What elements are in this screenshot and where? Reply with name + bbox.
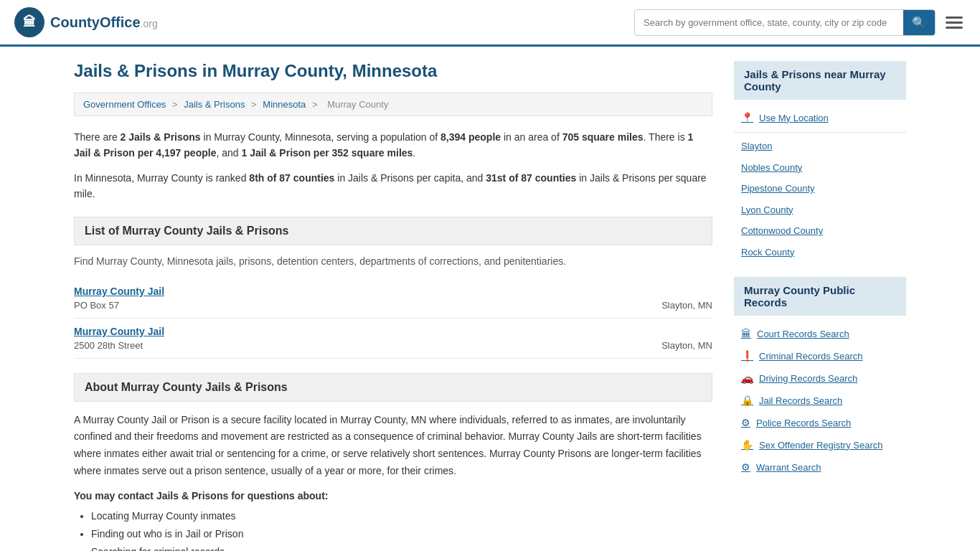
breadcrumb-link-3[interactable]: Minnesota: [263, 99, 306, 110]
content-area: Jails & Prisons in Murray County, Minnes…: [74, 61, 712, 551]
sidebar-public-records-title: Murray County Public Records: [734, 277, 906, 316]
nearby-link-slayton[interactable]: Slayton: [734, 136, 906, 157]
nearby-label-nobles: Nobles County: [741, 161, 802, 175]
court-icon: 🏛: [741, 326, 751, 342]
police-icon: ⚙: [741, 415, 750, 430]
contact-item-3: Searching for criminal records: [91, 543, 712, 551]
contact-item-2: Finding out who is in Jail or Prison: [91, 525, 712, 543]
public-record-label-2: Driving Records Search: [759, 372, 857, 386]
search-bar: 🔍: [634, 9, 936, 36]
warrant-icon: ⚙: [741, 460, 750, 475]
contact-item-1: Locating Murray County inmates: [91, 507, 712, 525]
jail-city-2: Slayton, MN: [661, 340, 712, 351]
driving-icon: 🚗: [741, 371, 753, 386]
nearby-link-nobles[interactable]: Nobles County: [734, 157, 906, 179]
jail-address-1: PO Box 57: [74, 300, 119, 311]
public-record-link-6[interactable]: ⚙ Warrant Search: [734, 456, 906, 479]
search-input[interactable]: [635, 11, 903, 34]
page-title: Jails & Prisons in Murray County, Minnes…: [74, 61, 712, 81]
nearby-label-rock: Rock County: [741, 245, 794, 260]
site-header: 🏛 CountyOffice.org 🔍: [0, 0, 980, 47]
logo-area: 🏛 CountyOffice.org: [14, 7, 158, 37]
menu-bar-2: [946, 22, 963, 24]
nearby-link-cottonwood[interactable]: Cottonwood County: [734, 220, 906, 242]
use-my-location-link[interactable]: 📍 Use My Location: [734, 107, 906, 129]
logo-text: CountyOffice.org: [50, 14, 158, 31]
jail-name-1[interactable]: Murray County Jail: [74, 286, 164, 297]
public-record-link-0[interactable]: 🏛 Court Records Search: [734, 323, 906, 345]
sidebar-nearby-title: Jails & Prisons near Murray County: [734, 61, 906, 100]
list-section-desc: Find Murray County, Minnesota jails, pri…: [74, 255, 712, 267]
public-record-link-2[interactable]: 🚗 Driving Records Search: [734, 367, 906, 390]
nearby-link-pipestone[interactable]: Pipestone County: [734, 178, 906, 199]
list-section-header: List of Murray County Jails & Prisons: [74, 217, 712, 245]
intro-line-2: In Minnesota, Murray County is ranked 8t…: [74, 170, 712, 202]
public-record-label-5: Sex Offender Registry Search: [759, 438, 882, 453]
main-container: Jails & Prisons in Murray County, Minnes…: [60, 47, 920, 551]
sidebar-public-records-section: Murray County Public Records 🏛 Court Rec…: [734, 277, 906, 479]
public-record-label-4: Police Records Search: [756, 416, 851, 430]
jail-name-2[interactable]: Murray County Jail: [74, 326, 164, 337]
menu-button[interactable]: [943, 14, 966, 32]
nearby-link-lyon[interactable]: Lyon County: [734, 199, 906, 221]
sidebar-nearby-section: Jails & Prisons near Murray County 📍 Use…: [734, 61, 906, 263]
nearby-label-pipestone: Pipestone County: [741, 182, 815, 196]
sidebar-divider-1: [734, 132, 906, 133]
contact-list: Locating Murray County inmates Finding o…: [91, 507, 712, 551]
jail-entry-2: Murray County Jail 2500 28th Street Slay…: [74, 319, 712, 359]
public-record-label-0: Court Records Search: [757, 327, 849, 342]
public-record-link-1[interactable]: ❗ Criminal Records Search: [734, 345, 906, 367]
jail-address-2: 2500 28th Street: [74, 340, 143, 351]
search-button[interactable]: 🔍: [903, 10, 935, 35]
breadcrumb: Government Offices > Jails & Prisons > M…: [74, 93, 712, 116]
header-right: 🔍: [634, 9, 966, 36]
sidebar: Jails & Prisons near Murray County 📍 Use…: [734, 61, 906, 551]
breadcrumb-link-2[interactable]: Jails & Prisons: [184, 99, 245, 110]
public-record-link-4[interactable]: ⚙ Police Records Search: [734, 412, 906, 434]
intro-line-1: There are 2 Jails & Prisons in Murray Co…: [74, 129, 712, 161]
jail-icon: 🔒: [741, 393, 753, 408]
public-record-label-1: Criminal Records Search: [759, 349, 863, 364]
about-text: A Murray County Jail or Prison is a secu…: [74, 412, 712, 480]
logo-icon: 🏛: [14, 7, 44, 37]
jail-city-1: Slayton, MN: [661, 300, 712, 311]
criminal-icon: ❗: [741, 349, 753, 364]
public-record-label-3: Jail Records Search: [759, 394, 842, 408]
nearby-label-lyon: Lyon County: [741, 203, 793, 217]
jail-details-1: PO Box 57 Slayton, MN: [74, 300, 712, 311]
nearby-label-slayton: Slayton: [741, 139, 772, 154]
menu-bar-3: [946, 27, 963, 29]
breadcrumb-sep-1: >: [172, 99, 180, 110]
breadcrumb-sep-2: >: [251, 99, 259, 110]
contact-title: You may contact Jails & Prisons for ques…: [74, 490, 712, 501]
jail-details-2: 2500 28th Street Slayton, MN: [74, 340, 712, 351]
breadcrumb-sep-3: >: [312, 99, 320, 110]
sex-offender-icon: ✋: [741, 438, 753, 453]
location-icon: 📍: [741, 110, 753, 126]
nearby-label-cottonwood: Cottonwood County: [741, 224, 823, 238]
breadcrumb-current: Murray County: [327, 99, 388, 110]
breadcrumb-link-1[interactable]: Government Offices: [83, 99, 166, 110]
public-record-link-5[interactable]: ✋ Sex Offender Registry Search: [734, 434, 906, 456]
public-record-link-3[interactable]: 🔒 Jail Records Search: [734, 390, 906, 412]
nearby-link-rock[interactable]: Rock County: [734, 242, 906, 263]
use-my-location-label: Use My Location: [759, 111, 829, 126]
menu-bar-1: [946, 17, 963, 19]
public-record-label-6: Warrant Search: [756, 461, 821, 475]
about-section-header: About Murray County Jails & Prisons: [74, 373, 712, 402]
jail-entry-1: Murray County Jail PO Box 57 Slayton, MN: [74, 278, 712, 319]
